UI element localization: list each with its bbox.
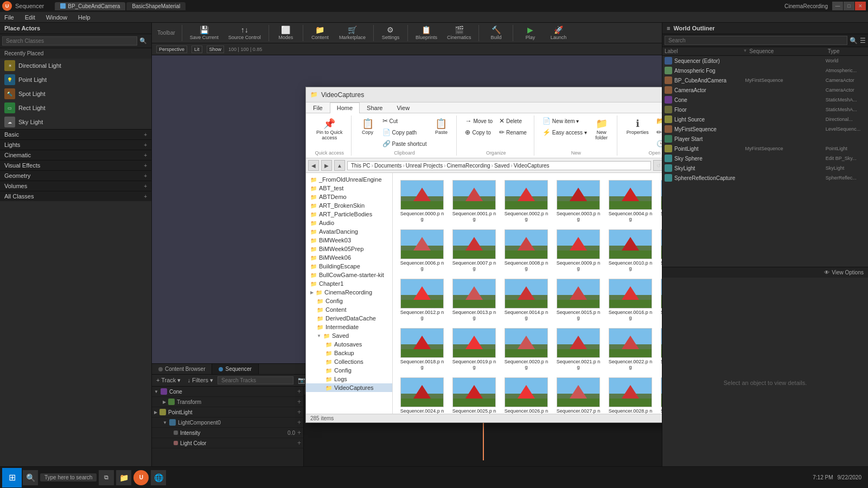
cinematics-button[interactable]: 🎬 Cinematics (443, 24, 476, 41)
tree-from-old-ue[interactable]: 📁 _FromOldUnrealEngine (306, 175, 392, 184)
outliner-options-icon[interactable]: ☰ (860, 37, 866, 44)
file-item-6[interactable]: Sequencer.0006.p ng (397, 227, 447, 274)
new-folder-button[interactable]: 📁 Newfolder (591, 115, 612, 143)
file-item-24[interactable]: Sequencer.0024.p ng (397, 375, 447, 414)
outliner-item-cone[interactable]: Cone StaticMeshA... (662, 95, 868, 105)
file-item-18[interactable]: Sequencer.0018.p ng (397, 325, 447, 373)
menu-file[interactable]: File (2, 13, 16, 22)
file-item-1[interactable]: Sequencer.0001.p ng (449, 177, 499, 224)
tree-backup[interactable]: 📁 Backup (306, 349, 392, 357)
outliner-search-icon[interactable]: 🔍 (850, 37, 858, 44)
category-basic-expand[interactable]: + (144, 132, 147, 138)
outliner-item-bp-cube-camera[interactable]: BP_CubeAndCamera MyFirstSequence CameraA… (662, 75, 868, 85)
tree-cinema-recording[interactable]: ▶ 📁 CinemaRecording (306, 288, 392, 297)
start-button[interactable]: ⊞ (2, 468, 22, 487)
easy-access-button[interactable]: ⚡ Easy access ▾ (540, 127, 590, 138)
tree-bull-cow[interactable]: 📁 BullCowGame-starter-kit (306, 271, 392, 279)
tab-content-browser[interactable]: Content Browser (152, 364, 212, 374)
transform-expand-icon[interactable]: ▶ (163, 400, 166, 404)
file-item-22[interactable]: Sequencer.0022.p ng (605, 325, 655, 373)
file-item-23[interactable]: Sequencer.0023.p ng (658, 325, 662, 373)
actor-item-spot-light[interactable]: 🔦 Spot Light (0, 87, 151, 101)
file-item-16[interactable]: Sequencer.0016.p ng (605, 276, 655, 323)
tree-bim06[interactable]: 📁 BiMWeek06 (306, 253, 392, 262)
move-to-button[interactable]: → Move to (462, 115, 495, 126)
tree-config[interactable]: 📁 Config (306, 297, 392, 305)
viewport-lit[interactable]: Lit (192, 46, 202, 53)
file-item-27[interactable]: Sequencer.0027.p ng (553, 375, 603, 414)
category-lights[interactable]: Lights + (0, 139, 151, 150)
tree-derived-data[interactable]: 📁 DerivedDataCache (306, 314, 392, 323)
tree-bim05[interactable]: 📁 BiMWeek05Prep (306, 245, 392, 253)
file-item-29[interactable]: Sequencer.0029.p ng (658, 375, 662, 414)
category-geometry[interactable]: Geometry + (0, 170, 151, 181)
file-item-9[interactable]: Sequencer.0009.p ng (553, 227, 603, 274)
point-light-expand-icon[interactable]: ▶ (154, 410, 157, 415)
history-button[interactable]: 🕒 History (654, 138, 662, 149)
file-item-15[interactable]: Sequencer.0015.p ng (553, 276, 603, 323)
view-options-button[interactable]: 👁 View Options (662, 267, 868, 278)
saved-arrow[interactable]: ▼ (317, 333, 321, 338)
search-tracks-input[interactable] (218, 376, 293, 384)
edit-button[interactable]: ✏ Edit (654, 127, 662, 138)
task-view-button[interactable]: ⧉ (99, 470, 114, 485)
file-item-3[interactable]: Sequencer.0003.p ng (553, 177, 603, 224)
forward-button[interactable]: ▶ (321, 160, 332, 171)
tree-collections[interactable]: 📁 Collections (306, 357, 392, 366)
actor-item-directional-light[interactable]: ☀ Directional Light (0, 59, 151, 73)
tree-saved[interactable]: ▼ 📁 Saved (306, 331, 392, 340)
file-item-10[interactable]: Sequencer.0010.p ng (605, 227, 655, 274)
back-button[interactable]: ◀ (308, 160, 319, 171)
file-item-8[interactable]: Sequencer.0008.p ng (501, 227, 551, 274)
tree-chapter1[interactable]: 📁 Chapter1 (306, 279, 392, 288)
viewport-show[interactable]: Show (207, 46, 225, 53)
category-volumes[interactable]: Volumes + (0, 181, 151, 191)
actor-item-rect-light[interactable]: ▭ Rect Light (0, 101, 151, 115)
menu-edit[interactable]: Edit (23, 13, 37, 22)
file-item-13[interactable]: Sequencer.0013.p ng (449, 276, 499, 323)
address-path[interactable]: This PC › Documents › Unreal Projects › … (347, 161, 651, 170)
save-current-button[interactable]: 💾 Save Current (186, 24, 223, 41)
cut-button[interactable]: ✂ Cut (380, 115, 430, 126)
outliner-item-sky-light[interactable]: SkyLight SkyLight (662, 163, 868, 173)
track-point-light[interactable]: ▶ PointLight + (152, 407, 303, 418)
tree-audio[interactable]: 📁 Audio (306, 219, 392, 227)
ribbon-tab-home[interactable]: Home (330, 102, 360, 113)
open-button[interactable]: 📂 Open ▾ (654, 115, 662, 126)
light-component-expand-icon[interactable]: ▼ (163, 420, 167, 425)
close-button[interactable]: ✕ (855, 2, 866, 10)
tree-intermediate[interactable]: 📁 Intermediate (306, 323, 392, 331)
title-tab-bp-cube[interactable]: BP_CubeAndCamera (55, 2, 125, 10)
menu-help[interactable]: Help (76, 13, 93, 22)
modes-button[interactable]: ⬜ Modes (272, 24, 299, 41)
copy-to-button[interactable]: ⊕ Copy to (462, 127, 495, 138)
file-item-11[interactable]: Sequencer.0011.p ng (658, 227, 662, 274)
tree-config2[interactable]: 📁 Config (306, 366, 392, 375)
cone-track-add[interactable]: + (297, 388, 301, 395)
file-item-12[interactable]: Sequencer.0012.p ng (397, 276, 447, 323)
file-item-17[interactable]: Sequencer.0017.p ng (658, 276, 662, 323)
marketplace-button[interactable]: 🛒 Marketplace (335, 24, 370, 41)
file-item-14[interactable]: Sequencer.0014.p ng (501, 276, 551, 323)
launch-button[interactable]: 🚀 Launch (545, 24, 572, 41)
outliner-item-sequencer-editor[interactable]: Sequencer (Editor) World (662, 56, 868, 66)
point-light-track-add[interactable]: + (297, 408, 301, 416)
chrome-taskbar-icon[interactable]: 🌐 (151, 470, 166, 485)
intensity-add[interactable]: + (297, 429, 301, 436)
file-item-2[interactable]: Sequencer.0002.p ng (501, 177, 551, 224)
track-transform[interactable]: ▶ Transform + (152, 397, 303, 407)
track-intensity[interactable]: Intensity 0.0 + (152, 428, 303, 438)
file-item-20[interactable]: Sequencer.0020.p ng (501, 325, 551, 373)
light-color-add[interactable]: + (297, 439, 301, 447)
copy-path-button[interactable]: 📄 Copy path (380, 127, 430, 138)
category-visual-effects[interactable]: Visual Effects + (0, 160, 151, 170)
ribbon-tab-file[interactable]: File (306, 102, 330, 113)
file-item-26[interactable]: Sequencer.0026.p ng (501, 375, 551, 414)
menu-window[interactable]: Window (44, 13, 69, 22)
file-item-5[interactable]: Sequencer.0005.p ng (658, 177, 662, 224)
minimize-button[interactable]: — (832, 2, 843, 10)
actor-item-point-light[interactable]: 💡 Point Light (0, 73, 151, 87)
maximize-button[interactable]: □ (844, 2, 854, 10)
outliner-item-player-start[interactable]: Player Start (662, 134, 868, 144)
category-visual-effects-expand[interactable]: + (144, 163, 147, 169)
